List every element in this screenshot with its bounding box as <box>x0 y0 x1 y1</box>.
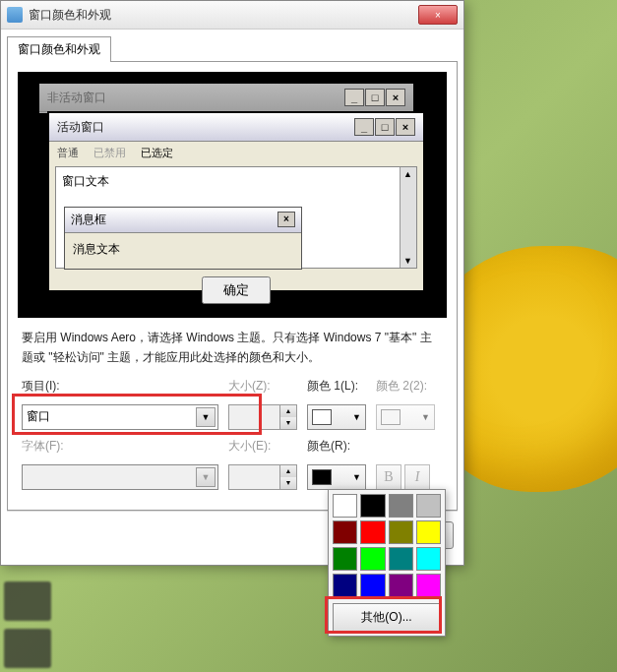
color1-button[interactable]: ▼ <box>307 404 366 430</box>
font-label: 字体(F): <box>22 438 218 457</box>
preview-text-area: 窗口文本 消息框 × 消息文本 <box>55 166 417 269</box>
titlebar[interactable]: 窗口颜色和外观 × <box>1 1 463 30</box>
color2-label: 颜色 2(2): <box>376 378 435 397</box>
font-combo: ▼ <box>22 464 218 490</box>
close-icon: × <box>386 89 405 106</box>
color-swatch[interactable] <box>389 520 413 544</box>
inactive-window-title: 非活动窗口 <box>47 90 344 106</box>
preview-area: 非活动窗口 _ □ × 活动窗口 _ □ × <box>18 72 447 318</box>
color-swatch[interactable] <box>416 520 441 544</box>
desktop-icon[interactable] <box>4 581 51 621</box>
msgbox-title: 消息框 <box>71 212 278 228</box>
tab-panel: 非活动窗口 _ □ × 活动窗口 _ □ × <box>7 61 458 511</box>
color-swatch[interactable] <box>360 574 385 597</box>
color-swatch[interactable] <box>389 547 413 571</box>
color-swatch[interactable] <box>416 547 441 571</box>
colorR-label: 颜色(R): <box>307 438 366 457</box>
italic-button: I <box>404 464 430 490</box>
msgbox-text: 消息文本 <box>65 233 301 269</box>
close-icon: × <box>396 118 415 136</box>
color-swatch[interactable] <box>360 520 385 544</box>
size2-label: 大小(E): <box>228 438 297 457</box>
desktop-icons <box>0 554 148 672</box>
minimize-icon: _ <box>344 89 364 106</box>
color-swatch[interactable] <box>360 547 385 571</box>
preview-active-window: 活动窗口 _ □ × 普通 已禁用 已选定 窗口文本 <box>47 111 425 292</box>
color-swatch[interactable] <box>333 520 357 544</box>
menu-disabled: 已禁用 <box>93 147 126 158</box>
ok-button-row: 确定 <box>49 271 423 310</box>
preview-menu: 普通 已禁用 已选定 <box>49 142 423 164</box>
tab-color-appearance[interactable]: 窗口颜色和外观 <box>7 36 111 62</box>
color-appearance-dialog: 窗口颜色和外观 × 窗口颜色和外观 非活动窗口 _ □ × <box>0 0 464 566</box>
color-swatch[interactable] <box>333 494 357 518</box>
color-grid <box>333 494 441 597</box>
color-swatch[interactable] <box>389 574 413 597</box>
controls-grid: 项目(I): 大小(Z): 颜色 1(L): 颜色 2(2): 窗口 ▼ ▲▼ … <box>18 378 447 500</box>
app-icon <box>7 7 23 23</box>
menu-normal: 普通 <box>57 147 79 158</box>
active-window-title: 活动窗口 <box>57 119 354 136</box>
highlight-item-combo <box>12 394 262 435</box>
color-swatch[interactable] <box>360 494 385 518</box>
window-controls: _ □ × <box>344 89 405 106</box>
preview-ok-button: 确定 <box>202 276 271 304</box>
preview-message-box: 消息框 × 消息文本 <box>64 207 302 270</box>
color-swatch[interactable] <box>389 494 413 518</box>
scrollbar <box>400 167 416 268</box>
window-text-label: 窗口文本 <box>62 174 109 188</box>
color-swatch[interactable] <box>416 494 441 518</box>
bold-button: B <box>376 464 401 490</box>
color2-button: ▼ <box>376 404 435 430</box>
colorR-button[interactable]: ▼ <box>307 464 366 490</box>
color-picker-popup: 其他(O)... <box>328 489 446 637</box>
close-button[interactable]: × <box>418 5 458 25</box>
size2-spinner: ▲▼ <box>228 464 297 490</box>
window-title: 窗口颜色和外观 <box>29 7 412 24</box>
preview-inactive-window: 非活动窗口 _ □ × <box>37 82 415 115</box>
chevron-down-icon: ▼ <box>352 412 361 422</box>
maximize-icon: □ <box>375 118 395 136</box>
msgbox-close-icon: × <box>278 212 295 227</box>
menu-selected: 已选定 <box>141 147 173 158</box>
minimize-icon: _ <box>354 118 374 136</box>
highlight-other-button <box>325 596 442 634</box>
color-swatch[interactable] <box>416 574 441 597</box>
color-swatch[interactable] <box>333 574 357 597</box>
color-swatch[interactable] <box>333 547 357 571</box>
hint-text: 要启用 Windows Aero，请选择 Windows 主题。只有选择 Win… <box>18 318 447 378</box>
maximize-icon: □ <box>365 89 385 106</box>
chevron-down-icon: ▼ <box>352 472 361 482</box>
desktop-icon[interactable] <box>4 629 51 668</box>
color1-label: 颜色 1(L): <box>307 378 366 397</box>
